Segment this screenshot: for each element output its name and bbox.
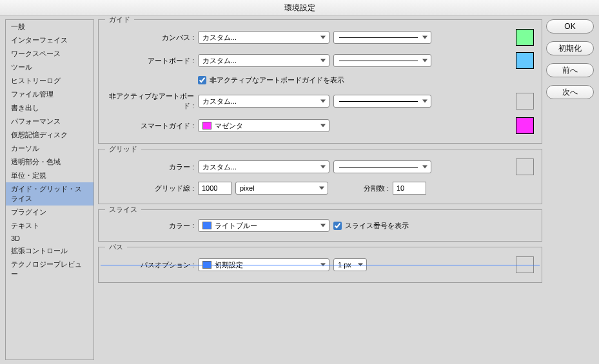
sidebar-item[interactable]: 一般 — [6, 20, 93, 34]
ok-button[interactable]: OK — [546, 19, 594, 34]
grid-color-select[interactable]: カスタム... — [198, 160, 329, 173]
grid-style-select[interactable] — [333, 160, 431, 173]
artboard-label: アートボード : — [106, 56, 194, 66]
sidebar-item[interactable]: ツール — [6, 61, 93, 74]
sidebar-item[interactable]: ワークスペース — [6, 47, 93, 61]
gridline-unit-select[interactable]: pixel — [235, 182, 328, 195]
inactive-artboard-label: 非アクティブなアートボード : — [106, 91, 194, 111]
artboard-select[interactable]: カスタム... — [198, 54, 329, 67]
sidebar-item[interactable]: テクノロジープレビュー — [6, 258, 93, 281]
sidebar-item[interactable]: 仮想記憶ディスク — [6, 128, 93, 142]
next-button[interactable]: 次へ — [546, 85, 594, 99]
sidebar-item[interactable]: 3D — [6, 233, 93, 244]
guides-group: ガイド カンバス : カスタム... アートボード : カスタム... 非アクテ… — [98, 19, 542, 144]
grid-group: グリッド カラー : カスタム... グリッド線 : pixel 分割数 : — [98, 149, 542, 204]
smart-guide-select[interactable]: マゼンタ — [198, 119, 329, 132]
canvas-swatch[interactable] — [516, 29, 534, 46]
path-group: パス パスオプション : 初期設定 1 px — [98, 247, 542, 283]
dialog-buttons: OK 初期化 前へ 次へ — [545, 15, 599, 364]
grid-swatch[interactable] — [516, 158, 534, 175]
subdivision-label: 分割数 : — [332, 184, 389, 193]
gridline-label: グリッド線 : — [106, 184, 194, 193]
slice-group: スライス カラー : ライトブルー スライス番号を表示 — [98, 209, 542, 242]
inactive-artboard-select[interactable]: カスタム... — [198, 95, 329, 108]
prev-button[interactable]: 前へ — [546, 63, 594, 77]
path-legend: パス — [105, 242, 127, 252]
show-slice-number-checkbox[interactable]: スライス番号を表示 — [333, 221, 409, 231]
category-sidebar: 一般インターフェイスワークスペースツールヒストリーログファイル管理書き出しパフォ… — [5, 19, 94, 360]
sidebar-item[interactable]: 拡張コントロール — [6, 244, 93, 258]
guides-legend: ガイド — [105, 15, 134, 24]
slice-color-select[interactable]: ライトブルー — [198, 219, 329, 232]
smart-guide-swatch[interactable] — [516, 117, 534, 134]
title-bar: 環境設定 — [0, 0, 599, 15]
show-inactive-checkbox[interactable]: 非アクティブなアートボードガイドを表示 — [198, 75, 344, 85]
canvas-label: カンバス : — [106, 33, 194, 43]
grid-color-label: カラー : — [106, 162, 194, 172]
path-swatch[interactable] — [516, 256, 534, 273]
grid-legend: グリッド — [105, 144, 141, 154]
main-panel: ガイド カンバス : カスタム... アートボード : カスタム... 非アクテ… — [97, 15, 545, 364]
sidebar-item[interactable]: 透明部分・色域 — [6, 155, 93, 169]
gridline-input[interactable] — [198, 182, 231, 195]
sidebar-item[interactable]: 単位・定規 — [6, 169, 93, 182]
artboard-style-select[interactable] — [333, 54, 431, 67]
sidebar-item[interactable]: ファイル管理 — [6, 88, 93, 101]
inactive-style-select[interactable] — [333, 95, 431, 108]
slice-color-label: カラー : — [106, 221, 194, 231]
sidebar-item[interactable]: インターフェイス — [6, 34, 93, 47]
sidebar-item[interactable]: テキスト — [6, 219, 93, 233]
subdivision-input[interactable] — [393, 182, 426, 195]
sidebar-item[interactable]: カーソル — [6, 142, 93, 155]
sidebar-item[interactable]: プラグイン — [6, 206, 93, 219]
inactive-swatch[interactable] — [516, 93, 534, 110]
sidebar-item[interactable]: 書き出し — [6, 101, 93, 115]
reset-button[interactable]: 初期化 — [546, 41, 594, 55]
canvas-style-select[interactable] — [333, 31, 431, 44]
smart-guide-label: スマートガイド : — [106, 121, 194, 131]
slice-legend: スライス — [105, 205, 141, 215]
sidebar-item[interactable]: パフォーマンス — [6, 115, 93, 128]
sidebar-item[interactable]: ヒストリーログ — [6, 74, 93, 88]
artboard-swatch[interactable] — [516, 52, 534, 69]
sidebar-item[interactable]: ガイド・グリッド・スライス — [6, 182, 93, 206]
canvas-select[interactable]: カスタム... — [198, 31, 329, 44]
